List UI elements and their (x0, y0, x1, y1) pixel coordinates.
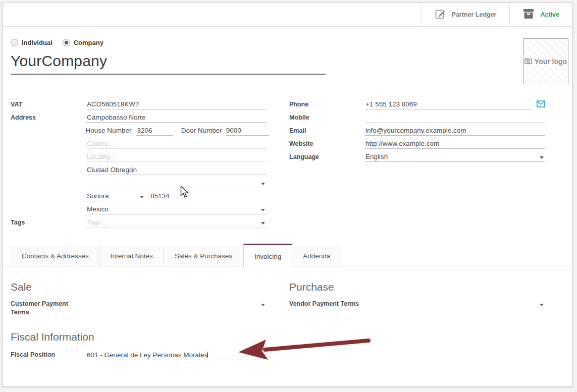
purchase-heading: Purchase (289, 281, 549, 293)
zip-input[interactable]: 85134 (150, 191, 195, 201)
chevron-down-icon (261, 304, 265, 306)
camera-icon (524, 58, 532, 66)
tab-invoicing[interactable]: Invoicing (243, 244, 292, 269)
tab-internal-notes[interactable]: Internal Notes (100, 246, 164, 266)
company-logo-upload[interactable]: Your logo (523, 38, 568, 84)
page: { "statusbar": { "partner_ledger_label":… (0, 0, 577, 392)
street-input[interactable]: Campobasso Norte (86, 113, 267, 123)
mobile-input[interactable] (365, 113, 545, 123)
language-select[interactable]: English (365, 152, 545, 162)
chevron-down-icon (540, 156, 544, 159)
vendor-payment-terms-row: Vendor Payment Terms (289, 299, 549, 309)
fiscal-position-select[interactable]: 601 - General de Ley Personas Morales (86, 350, 267, 360)
tags-input[interactable]: Tags... (86, 217, 267, 228)
tab-contacts-addresses[interactable]: Contacts & Addresses (11, 246, 100, 266)
individual-radio[interactable]: Individual (11, 39, 53, 46)
active-stat-button[interactable]: Active (509, 3, 572, 26)
radio-unchecked-icon (11, 39, 18, 46)
address-group: VAT ACO560518KW7 Address Campobasso Nort… (11, 99, 269, 231)
phone-label: Phone (289, 99, 365, 113)
chevron-down-icon (261, 222, 265, 225)
house-number-label: House Number (86, 126, 132, 139)
tags-row: Tags Tags... (11, 217, 269, 231)
company-radio[interactable]: Company (63, 39, 103, 46)
customer-payment-terms-select[interactable] (86, 299, 267, 309)
tab-sales-purchases[interactable]: Sales & Purchases (164, 246, 243, 266)
country-select[interactable]: Mexico (86, 204, 267, 214)
email-input[interactable]: info@yourcompany.example.com (365, 126, 545, 136)
mobile-label: Mobile (289, 113, 365, 126)
chevron-down-icon (261, 183, 265, 185)
customer-payment-terms-row: Customer Payment Terms (11, 299, 269, 317)
fiscal-position-row: Fiscal Position 601 - General de Ley Per… (11, 350, 269, 360)
state-zip-row: Sonora 85134 (11, 191, 269, 204)
tags-label: Tags (11, 217, 86, 231)
house-door-row: House Number 3206 Door Number 9000 (11, 126, 269, 139)
language-row: Language English (289, 152, 549, 165)
notebook-tabs: Contacts & Addresses Internal Notes Sale… (3, 246, 572, 266)
chevron-down-icon (540, 304, 544, 306)
partner-ledger-label: Partner Ledger (452, 11, 497, 18)
chevron-down-icon (140, 196, 144, 198)
municipality-select[interactable] (86, 178, 267, 188)
sale-group: Sale Customer Payment Terms (11, 281, 269, 317)
sms-envelope-icon[interactable] (537, 100, 545, 113)
vat-label: VAT (11, 99, 86, 113)
company-type-selector: Individual Company (11, 39, 103, 46)
chevron-down-icon (261, 355, 265, 357)
active-label: Active (540, 11, 559, 18)
archive-box-icon (523, 9, 534, 20)
contact-group: Phone +1 555 123 8069 Mobile Email info@… (289, 99, 549, 165)
street-row: Address Campobasso Norte (11, 113, 269, 126)
vendor-payment-terms-select[interactable] (365, 299, 545, 309)
website-input[interactable]: http://www.example.com (365, 139, 545, 149)
tab-addenda[interactable]: Addenda (292, 246, 341, 266)
house-number-input[interactable]: 3206 (136, 126, 173, 136)
website-row: Website http://www.example.com (289, 139, 549, 152)
door-number-input[interactable]: 9000 (226, 126, 269, 136)
vat-row: VAT ACO560518KW7 (11, 99, 269, 113)
text-cursor (207, 352, 208, 358)
municipality-row (11, 178, 269, 191)
sale-heading: Sale (11, 281, 269, 293)
vat-input[interactable]: ACO560518KW7 (86, 99, 267, 109)
customer-payment-terms-label: Customer Payment Terms (11, 299, 86, 317)
address-label: Address (11, 113, 86, 126)
city-row: Ciudad Obregón (11, 165, 269, 178)
locality-row: Locality... (11, 152, 269, 165)
individual-radio-label: Individual (22, 39, 53, 46)
purchase-group: Purchase Vendor Payment Terms (289, 281, 549, 309)
company-name-input[interactable]: YourCompany (11, 52, 326, 75)
email-row: Email info@yourcompany.example.com (289, 126, 549, 139)
colony-row: Colony... (11, 139, 269, 152)
country-row: Mexico (11, 204, 269, 217)
mobile-row: Mobile (289, 113, 549, 126)
phone-row: Phone +1 555 123 8069 (289, 99, 549, 113)
language-label: Language (289, 152, 365, 165)
door-number-label: Door Number (181, 126, 222, 139)
fiscal-information-group: Fiscal Information Fiscal Position 601 -… (11, 331, 269, 360)
statusbar: Partner Ledger Active (3, 3, 572, 27)
fiscal-position-label: Fiscal Position (11, 350, 86, 360)
state-select[interactable]: Sonora (86, 191, 145, 201)
partner-ledger-button[interactable]: Partner Ledger (422, 3, 510, 26)
logo-label: Your logo (535, 58, 567, 66)
chevron-down-icon (261, 209, 265, 211)
edit-icon (435, 9, 446, 21)
radio-checked-icon (63, 39, 70, 46)
vendor-payment-terms-label: Vendor Payment Terms (289, 299, 365, 309)
locality-input[interactable]: Locality... (86, 152, 267, 162)
phone-input[interactable]: +1 555 123 8069 (365, 99, 532, 109)
company-radio-label: Company (74, 39, 103, 46)
colony-input[interactable]: Colony... (86, 139, 267, 149)
email-label: Email (289, 126, 365, 139)
partner-form-sheet: Partner Ledger Active Individual Company… (2, 3, 573, 387)
fiscal-information-heading: Fiscal Information (11, 331, 269, 343)
city-input[interactable]: Ciudad Obregón (86, 165, 267, 175)
website-label: Website (289, 139, 365, 152)
